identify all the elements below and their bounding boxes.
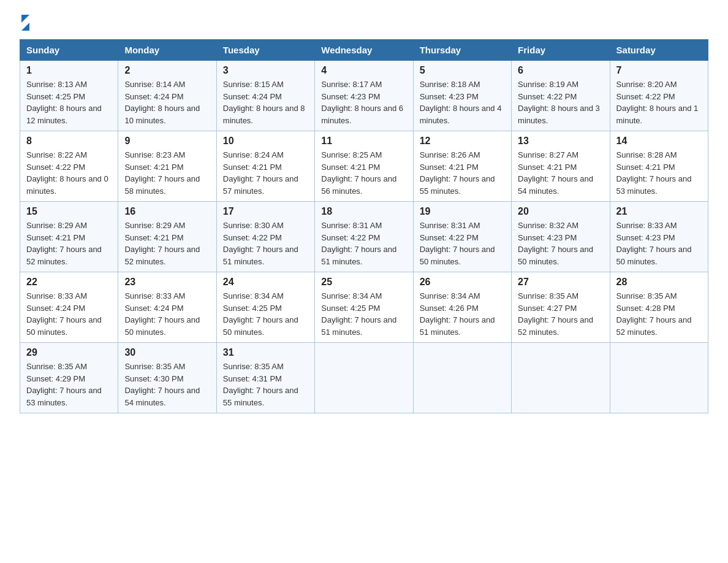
calendar-day-cell: 4 Sunrise: 8:17 AMSunset: 4:23 PMDayligh… [315,61,413,131]
day-info: Sunrise: 8:32 AMSunset: 4:23 PMDaylight:… [518,221,593,266]
calendar-day-cell: 6 Sunrise: 8:19 AMSunset: 4:22 PMDayligh… [512,61,610,131]
day-number: 31 [223,347,308,358]
day-number: 20 [518,206,603,217]
day-number: 25 [321,277,406,288]
day-number: 5 [420,65,505,76]
day-number: 12 [420,136,505,147]
header-wednesday: Wednesday [315,40,413,61]
day-number: 1 [26,65,112,76]
calendar-table: Sunday Monday Tuesday Wednesday Thursday… [20,39,708,413]
day-info: Sunrise: 8:26 AMSunset: 4:21 PMDaylight:… [420,150,495,196]
calendar-day-cell: 2 Sunrise: 8:14 AMSunset: 4:24 PMDayligh… [118,61,216,131]
calendar-header: Sunday Monday Tuesday Wednesday Thursday… [20,40,708,61]
day-info: Sunrise: 8:35 AMSunset: 4:30 PMDaylight:… [124,362,200,407]
day-info: Sunrise: 8:25 AMSunset: 4:21 PMDaylight:… [321,150,396,196]
day-info: Sunrise: 8:23 AMSunset: 4:21 PMDaylight:… [124,150,200,196]
calendar-body: 1 Sunrise: 8:13 AMSunset: 4:25 PMDayligh… [20,61,708,413]
day-info: Sunrise: 8:34 AMSunset: 4:25 PMDaylight:… [223,291,298,337]
day-info: Sunrise: 8:35 AMSunset: 4:27 PMDaylight:… [518,291,593,337]
day-number: 7 [616,65,702,76]
day-info: Sunrise: 8:14 AMSunset: 4:24 PMDaylight:… [124,80,200,125]
calendar-day-cell: 18 Sunrise: 8:31 AMSunset: 4:22 PMDaylig… [315,202,413,272]
calendar-week-row: 8 Sunrise: 8:22 AMSunset: 4:22 PMDayligh… [20,131,708,202]
calendar-day-cell: 15 Sunrise: 8:29 AMSunset: 4:21 PMDaylig… [20,202,118,272]
day-number: 2 [124,65,210,76]
day-number: 29 [26,347,112,358]
day-info: Sunrise: 8:34 AMSunset: 4:26 PMDaylight:… [420,291,495,337]
calendar-day-cell: 20 Sunrise: 8:32 AMSunset: 4:23 PMDaylig… [512,202,610,272]
day-info: Sunrise: 8:19 AMSunset: 4:22 PMDaylight:… [518,80,600,125]
calendar-week-row: 29 Sunrise: 8:35 AMSunset: 4:29 PMDaylig… [20,343,708,413]
day-info: Sunrise: 8:22 AMSunset: 4:22 PMDaylight:… [26,150,108,196]
calendar-day-cell: 23 Sunrise: 8:33 AMSunset: 4:24 PMDaylig… [118,272,216,343]
day-info: Sunrise: 8:35 AMSunset: 4:29 PMDaylight:… [26,362,102,407]
day-number: 4 [321,65,406,76]
day-info: Sunrise: 8:17 AMSunset: 4:23 PMDaylight:… [321,80,403,125]
header-monday: Monday [118,40,216,61]
day-number: 27 [518,277,603,288]
calendar-day-cell: 28 Sunrise: 8:35 AMSunset: 4:28 PMDaylig… [610,272,708,343]
day-number: 3 [223,65,308,76]
day-number: 11 [321,136,406,147]
calendar-day-cell [413,343,511,413]
day-info: Sunrise: 8:20 AMSunset: 4:22 PMDaylight:… [616,80,699,125]
calendar-day-cell: 27 Sunrise: 8:35 AMSunset: 4:27 PMDaylig… [512,272,610,343]
calendar-day-cell: 14 Sunrise: 8:28 AMSunset: 4:21 PMDaylig… [610,131,708,202]
calendar-week-row: 15 Sunrise: 8:29 AMSunset: 4:21 PMDaylig… [20,202,708,272]
calendar-day-cell: 3 Sunrise: 8:15 AMSunset: 4:24 PMDayligh… [216,61,314,131]
day-number: 30 [124,347,210,358]
day-info: Sunrise: 8:33 AMSunset: 4:24 PMDaylight:… [124,291,200,337]
day-number: 28 [616,277,702,288]
calendar-day-cell [610,343,708,413]
day-number: 24 [223,277,308,288]
calendar-day-cell: 25 Sunrise: 8:34 AMSunset: 4:25 PMDaylig… [315,272,413,343]
calendar-day-cell: 24 Sunrise: 8:34 AMSunset: 4:25 PMDaylig… [216,272,314,343]
day-info: Sunrise: 8:30 AMSunset: 4:22 PMDaylight:… [223,221,298,266]
calendar-week-row: 1 Sunrise: 8:13 AMSunset: 4:25 PMDayligh… [20,61,708,131]
calendar-day-cell: 7 Sunrise: 8:20 AMSunset: 4:22 PMDayligh… [610,61,708,131]
day-number: 14 [616,136,702,147]
day-number: 16 [124,206,210,217]
day-info: Sunrise: 8:13 AMSunset: 4:25 PMDaylight:… [26,80,102,125]
day-info: Sunrise: 8:35 AMSunset: 4:28 PMDaylight:… [616,291,692,337]
day-info: Sunrise: 8:35 AMSunset: 4:31 PMDaylight:… [223,362,298,407]
day-number: 9 [124,136,210,147]
day-info: Sunrise: 8:33 AMSunset: 4:23 PMDaylight:… [616,221,692,266]
day-info: Sunrise: 8:18 AMSunset: 4:23 PMDaylight:… [420,80,502,125]
calendar-day-cell: 22 Sunrise: 8:33 AMSunset: 4:24 PMDaylig… [20,272,118,343]
header-tuesday: Tuesday [216,40,314,61]
page-header [20,15,708,28]
day-info: Sunrise: 8:34 AMSunset: 4:25 PMDaylight:… [321,291,396,337]
day-number: 10 [223,136,308,147]
calendar-day-cell: 16 Sunrise: 8:29 AMSunset: 4:21 PMDaylig… [118,202,216,272]
day-number: 23 [124,277,210,288]
day-info: Sunrise: 8:29 AMSunset: 4:21 PMDaylight:… [124,221,200,266]
header-sunday: Sunday [20,40,118,61]
day-info: Sunrise: 8:31 AMSunset: 4:22 PMDaylight:… [420,221,495,266]
weekday-header-row: Sunday Monday Tuesday Wednesday Thursday… [20,40,708,61]
calendar-day-cell: 29 Sunrise: 8:35 AMSunset: 4:29 PMDaylig… [20,343,118,413]
header-thursday: Thursday [413,40,511,61]
calendar-day-cell: 9 Sunrise: 8:23 AMSunset: 4:21 PMDayligh… [118,131,216,202]
calendar-day-cell [512,343,610,413]
day-number: 8 [26,136,112,147]
day-number: 19 [420,206,505,217]
day-number: 21 [616,206,702,217]
day-info: Sunrise: 8:15 AMSunset: 4:24 PMDaylight:… [223,80,305,125]
calendar-day-cell [315,343,413,413]
calendar-day-cell: 19 Sunrise: 8:31 AMSunset: 4:22 PMDaylig… [413,202,511,272]
calendar-week-row: 22 Sunrise: 8:33 AMSunset: 4:24 PMDaylig… [20,272,708,343]
calendar-day-cell: 10 Sunrise: 8:24 AMSunset: 4:21 PMDaylig… [216,131,314,202]
header-friday: Friday [512,40,610,61]
calendar-day-cell: 12 Sunrise: 8:26 AMSunset: 4:21 PMDaylig… [413,131,511,202]
day-number: 13 [518,136,603,147]
day-number: 15 [26,206,112,217]
calendar-day-cell: 8 Sunrise: 8:22 AMSunset: 4:22 PMDayligh… [20,131,118,202]
logo [20,15,29,28]
calendar-day-cell: 11 Sunrise: 8:25 AMSunset: 4:21 PMDaylig… [315,131,413,202]
calendar-day-cell: 30 Sunrise: 8:35 AMSunset: 4:30 PMDaylig… [118,343,216,413]
day-number: 6 [518,65,603,76]
day-info: Sunrise: 8:27 AMSunset: 4:21 PMDaylight:… [518,150,593,196]
calendar-day-cell: 1 Sunrise: 8:13 AMSunset: 4:25 PMDayligh… [20,61,118,131]
header-saturday: Saturday [610,40,708,61]
